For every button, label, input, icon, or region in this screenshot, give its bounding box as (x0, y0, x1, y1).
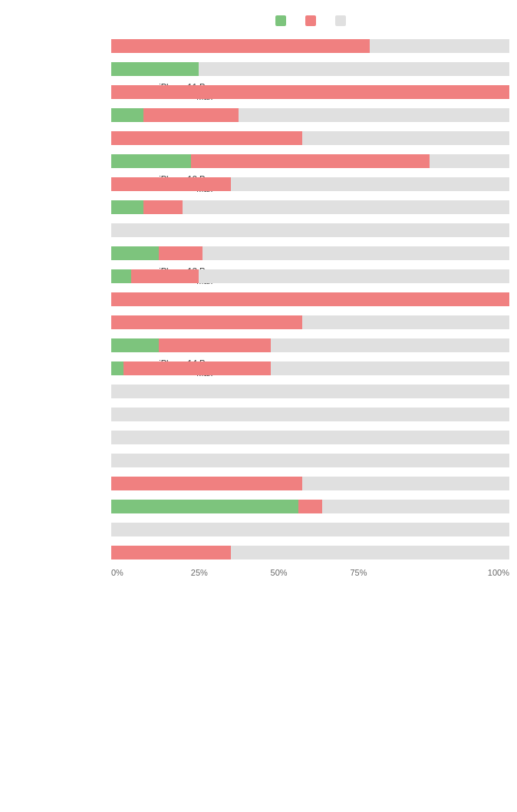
x-axis: 0%25%50%75%100% (0, 568, 517, 577)
x-tick: 50% (271, 568, 351, 577)
bar-row: iPhone 12 (111, 104, 509, 126)
bar-row: iPhone XR (111, 496, 509, 517)
legend (0, 15, 517, 26)
bar-container (111, 223, 509, 237)
bar-row: iPhone 14 Pro (111, 335, 509, 356)
bar-container (111, 177, 509, 191)
x-tick: 0% (111, 568, 191, 577)
bar-row: iPhone 13 Pro (111, 243, 509, 264)
bar-row: iPhone 14 ProMax (111, 358, 509, 379)
bar-row: iPhone 14 (111, 289, 509, 310)
bar-segment-green (111, 62, 199, 76)
bar-container (111, 385, 509, 398)
bar-container (111, 200, 509, 214)
bar-container (111, 338, 509, 352)
bar-container (111, 477, 509, 490)
bar-container (111, 246, 509, 260)
bar-segment-pink (191, 154, 430, 168)
bar-container (111, 454, 509, 467)
bar-row: iPhone 13 ProMax (111, 266, 509, 287)
bar-segment-pink (111, 546, 231, 559)
bar-row: iPhone 8 (111, 381, 509, 402)
bar-container (111, 131, 509, 145)
bar-segment-green (111, 108, 143, 122)
bar-container (111, 62, 509, 76)
bar-segment-pink (111, 131, 302, 145)
bar-segment-green (111, 246, 159, 260)
bar-segment-green (111, 200, 143, 214)
bar-container (111, 315, 509, 329)
bar-container (111, 408, 509, 421)
bar-row: iPhone 13 (111, 196, 509, 218)
legend-color-gray (335, 15, 346, 26)
bar-container (111, 39, 509, 53)
bar-segment-green (111, 338, 159, 352)
chart-area: iPhone 11iPhone 11 ProiPhone 11 ProMaxiP… (0, 35, 517, 563)
bar-segment-pink (159, 246, 203, 260)
bar-segment-pink (111, 177, 231, 191)
bar-container (111, 523, 509, 536)
bar-container (111, 108, 509, 122)
bar-row: iPhone XS Max (111, 542, 509, 563)
bar-segment-green (111, 361, 123, 375)
bar-row: iPhone SE 第2代 (111, 427, 509, 448)
bar-row: iPhone 11 (111, 35, 509, 57)
bar-container (111, 546, 509, 559)
bar-segment-pink (298, 500, 322, 513)
x-tick: 25% (191, 568, 271, 577)
bar-segment-pink (111, 39, 370, 53)
legend-item-gray (335, 15, 350, 26)
bar-container (111, 292, 509, 306)
x-tick: 100% (430, 568, 509, 577)
bar-segment-pink (123, 361, 271, 375)
legend-color-pink (305, 15, 316, 26)
bar-segment-pink (111, 477, 302, 490)
bar-container (111, 269, 509, 283)
bar-row: iPhone 14 Plus (111, 312, 509, 333)
bar-row: iPhone 11 Pro (111, 58, 509, 80)
bar-segment-pink (131, 269, 199, 283)
bar-segment-pink (143, 200, 183, 214)
bar-segment-green (111, 154, 191, 168)
bar-row: iPhone 13 mini (111, 220, 509, 241)
bar-segment-pink (111, 85, 509, 99)
bar-row: iPhone 12 mini (111, 127, 509, 149)
bar-segment-pink (159, 338, 270, 352)
legend-color-green (275, 15, 286, 26)
bar-container (111, 500, 509, 513)
bar-row: iPhone SE 第3代 (111, 450, 509, 471)
bar-segment-green (111, 269, 131, 283)
bar-segment-pink (111, 315, 302, 329)
bar-container (111, 154, 509, 168)
legend-item-green (275, 15, 290, 26)
x-tick: 75% (350, 568, 430, 577)
rows-wrapper: iPhone 11iPhone 11 ProiPhone 11 ProMaxiP… (111, 35, 509, 563)
bar-row: iPhone 11 ProMax (111, 81, 509, 103)
bar-container (111, 361, 509, 375)
bar-row: iPhone 8 Plus (111, 404, 509, 425)
bar-row: iPhone 12 Pro (111, 150, 509, 172)
bar-segment-pink (111, 292, 509, 306)
bar-container (111, 431, 509, 444)
chart-container: iPhone 11iPhone 11 ProiPhone 11 ProMaxiP… (0, 8, 517, 600)
bar-row: iPhone XS (111, 519, 509, 540)
bar-row: iPhone 12 ProMax (111, 173, 509, 195)
legend-item-pink (305, 15, 320, 26)
bar-container (111, 85, 509, 99)
bar-segment-pink (143, 108, 239, 122)
bar-segment-green (111, 500, 298, 513)
bar-row: iPhone X (111, 473, 509, 494)
